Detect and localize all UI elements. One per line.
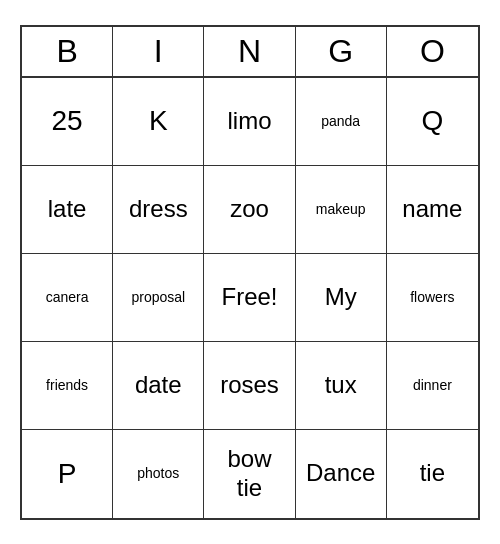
cell-text-12: Free! [221, 283, 277, 312]
bingo-cell-4: Q [387, 78, 478, 166]
cell-text-4: Q [422, 104, 444, 138]
header-letter-I: I [113, 27, 204, 76]
cell-text-0: 25 [52, 104, 83, 138]
bingo-cell-5: late [22, 166, 113, 254]
header-letter-O: O [387, 27, 478, 76]
cell-text-24: tie [420, 459, 445, 488]
bingo-cell-6: dress [113, 166, 204, 254]
cell-text-18: tux [325, 371, 357, 400]
header-letter-G: G [296, 27, 387, 76]
bingo-cell-12: Free! [204, 254, 295, 342]
cell-text-7: zoo [230, 195, 269, 224]
header-letter-N: N [204, 27, 295, 76]
cell-text-10: canera [46, 289, 89, 306]
bingo-cell-24: tie [387, 430, 478, 518]
bingo-header: BINGO [22, 27, 478, 78]
bingo-cell-11: proposal [113, 254, 204, 342]
bingo-cell-3: panda [296, 78, 387, 166]
cell-text-3: panda [321, 113, 360, 130]
bingo-cell-22: bowtie [204, 430, 295, 518]
cell-text-1: K [149, 104, 168, 138]
cell-text-15: friends [46, 377, 88, 394]
bingo-cell-9: name [387, 166, 478, 254]
bingo-cell-1: K [113, 78, 204, 166]
bingo-cell-14: flowers [387, 254, 478, 342]
cell-text-14: flowers [410, 289, 454, 306]
cell-text-13: My [325, 283, 357, 312]
cell-text-23: Dance [306, 459, 375, 488]
bingo-cell-18: tux [296, 342, 387, 430]
bingo-cell-17: roses [204, 342, 295, 430]
bingo-cell-2: limo [204, 78, 295, 166]
cell-text-2: limo [227, 107, 271, 136]
bingo-cell-23: Dance [296, 430, 387, 518]
bingo-cell-0: 25 [22, 78, 113, 166]
bingo-cell-7: zoo [204, 166, 295, 254]
cell-text-20: P [58, 457, 77, 491]
cell-text-9: name [402, 195, 462, 224]
cell-text-5: late [48, 195, 87, 224]
cell-text-21: photos [137, 465, 179, 482]
cell-text-11: proposal [131, 289, 185, 306]
bingo-grid: 25KlimopandaQlatedresszoomakeupnamecaner… [22, 78, 478, 518]
cell-text-22: bowtie [227, 445, 271, 503]
bingo-cell-8: makeup [296, 166, 387, 254]
bingo-card: BINGO 25KlimopandaQlatedresszoomakeupnam… [20, 25, 480, 520]
bingo-cell-16: date [113, 342, 204, 430]
bingo-cell-19: dinner [387, 342, 478, 430]
cell-text-17: roses [220, 371, 279, 400]
cell-text-16: date [135, 371, 182, 400]
bingo-cell-21: photos [113, 430, 204, 518]
bingo-cell-15: friends [22, 342, 113, 430]
bingo-cell-20: P [22, 430, 113, 518]
header-letter-B: B [22, 27, 113, 76]
cell-text-6: dress [129, 195, 188, 224]
cell-text-8: makeup [316, 201, 366, 218]
cell-text-19: dinner [413, 377, 452, 394]
bingo-cell-13: My [296, 254, 387, 342]
bingo-cell-10: canera [22, 254, 113, 342]
